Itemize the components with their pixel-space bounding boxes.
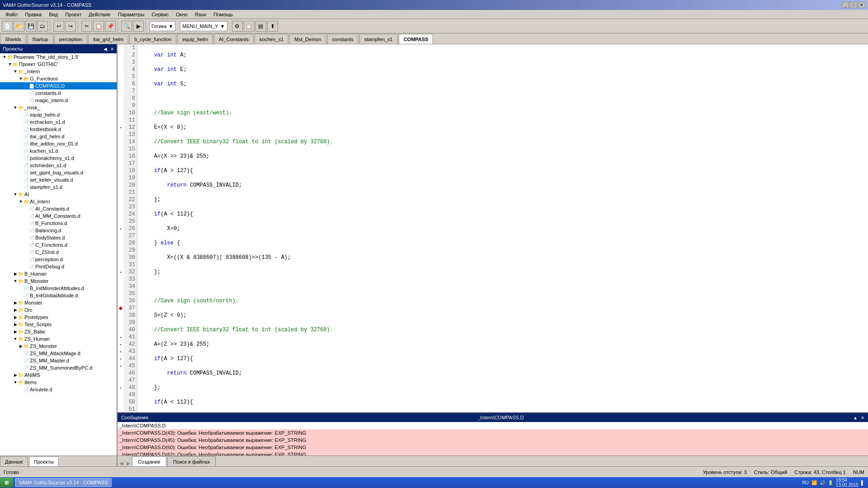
sidebar-item-b-init-global[interactable]: 📄 B_InitGlobalAttitude.d	[0, 292, 117, 299]
tab-kochen-s1[interactable]: kochen_s1	[255, 34, 288, 44]
marker-minus-41[interactable]: -	[118, 341, 124, 348]
minimize-button[interactable]: _	[842, 2, 849, 8]
copy-button[interactable]: 📋	[93, 21, 104, 32]
sidebar-item-magic-intern-d[interactable]: 📄 magic_intern.d	[0, 97, 117, 104]
code-view[interactable]: - -	[118, 44, 868, 412]
marker-minus-42[interactable]: -	[118, 348, 124, 355]
marker-minus-44[interactable]: -	[118, 362, 124, 370]
nav-next[interactable]: ▶	[125, 460, 132, 466]
marker-minus-31[interactable]: -	[118, 268, 124, 276]
menu-edit[interactable]: Правка	[21, 11, 45, 18]
build-button[interactable]: ▶	[133, 21, 144, 32]
tab-compass[interactable]: COMPASS	[399, 34, 434, 44]
sidebar-item-b-monster[interactable]: ▼ 📁 B_Monster	[0, 277, 117, 285]
sidebar-item-test-scripts[interactable]: ▶ 📁 Test_Scripts	[0, 321, 117, 328]
sidebar-item-zs-mm-attack[interactable]: 📄 ZS_MM_AttackMage.d	[0, 350, 117, 357]
menu-service[interactable]: Сервис	[148, 11, 172, 18]
menu-lang[interactable]: Язык	[191, 11, 210, 18]
menu-params[interactable]: Параметры	[114, 11, 148, 18]
sidebar-item-zs-monster[interactable]: ▶ 📁 ZS_Monster	[0, 343, 117, 350]
view-btn4[interactable]: ⬆	[267, 21, 278, 32]
sidebar-item-set-giant[interactable]: 📄 set_giant_bug_visuals.d	[0, 169, 117, 176]
sidebar-item-zs-mm-master[interactable]: 📄 ZS_MM_Master.d	[0, 357, 117, 364]
start-button[interactable]: ⊞	[0, 478, 13, 488]
save-button[interactable]: 💾	[25, 21, 36, 32]
sidebar-item-erzhacken[interactable]: 📄 erzhacken_s1.d	[0, 118, 117, 126]
sidebar-item-b-init-monster[interactable]: 📄 B_InitMonsterAttitudes.d	[0, 285, 117, 292]
paste-button[interactable]: 📌	[105, 21, 116, 32]
sidebar-item-ai-mm-constants[interactable]: 📄 AI_MM_Constants.d	[0, 212, 117, 220]
menu-help[interactable]: Помощь	[210, 11, 236, 18]
sidebar-collapse-btn[interactable]: ◀	[104, 47, 107, 52]
sidebar-item-prototypes[interactable]: ▶ 📁 Prototypes	[0, 314, 117, 321]
sidebar-tab-projects[interactable]: Проекты	[29, 456, 59, 466]
sidebar-item-itar-grd[interactable]: 📄 itar_grd_helm.d	[0, 133, 117, 140]
msg-error-4[interactable]: _Intern\COMPASS.D(62): Ошибка: Необрабат…	[118, 451, 868, 455]
close-button[interactable]: ✕	[858, 2, 865, 8]
tab-itar-grd-helm[interactable]: itar_grd_helm	[88, 34, 128, 44]
menu-view[interactable]: Вид	[45, 11, 61, 18]
sidebar-item-ai-constants-d[interactable]: 📄 AI_Constants.d	[0, 205, 117, 212]
sidebar-item-constants-d[interactable]: 📄 constants.d	[0, 89, 117, 97]
sidebar-item-potionalchemy[interactable]: 📄 potionalchemy_s1.d	[0, 155, 117, 162]
marker-red-diamond[interactable]: ◆	[118, 305, 124, 312]
msg-item-path[interactable]: _Intern\COMPASS.D	[118, 422, 868, 429]
menu-file[interactable]: Файл	[2, 11, 21, 18]
view-btn2[interactable]: 📋	[244, 21, 255, 32]
sidebar-item-project[interactable]: ▼ 📁 Проект 'GOTHIC'	[0, 61, 117, 68]
tab-perception[interactable]: perception	[54, 34, 87, 44]
tab-shields[interactable]: Shields	[0, 34, 26, 44]
messages-collapse-btn[interactable]: ▲	[853, 415, 858, 420]
new-button[interactable]: 📄	[2, 21, 13, 32]
sidebar-item-stampfen[interactable]: 📄 stampfen_s1.d	[0, 183, 117, 191]
sidebar-item-fonttestbook[interactable]: 📄 fonttestbook.d	[0, 126, 117, 133]
tab-stampfen-s1[interactable]: stampfen_s1	[359, 34, 398, 44]
config-button[interactable]: ⚙	[232, 21, 243, 32]
messages-close-btn[interactable]: ✕	[861, 415, 864, 420]
tab-equip-helm[interactable]: equip_helm	[177, 34, 213, 44]
sidebar-tab-data[interactable]: Данные	[0, 456, 28, 466]
msg-error-3[interactable]: _Intern\COMPASS.D(60): Ошибка: Необрабат…	[118, 444, 868, 451]
sidebar-item-solution[interactable]: ▼ 📁 Решение 'The_old_story_1.5'	[0, 53, 117, 61]
sidebar-item-b-functions-d[interactable]: 📄 B_Functions.d	[0, 220, 117, 227]
sidebar-item-c-zsinit-d[interactable]: 📄 C_ZSInit.d	[0, 249, 117, 256]
find-button[interactable]: 🔍	[121, 21, 132, 32]
sidebar-item-b-human[interactable]: ▶ 📁 B_Human	[0, 270, 117, 277]
menu-window[interactable]: Окно	[172, 11, 191, 18]
menu-project[interactable]: Проект	[61, 11, 85, 18]
sidebar-item-intern[interactable]: ▼ 📁 _Intern	[0, 68, 117, 75]
sidebar-item-set-keiler[interactable]: 📄 set_keiler_visuals.d	[0, 176, 117, 183]
nav-prev[interactable]: ◀	[118, 460, 125, 466]
menu-action[interactable]: Действие	[85, 11, 114, 18]
sidebar-close-btn[interactable]: ✕	[110, 47, 114, 52]
sidebar-item-equip-helm-d[interactable]: 📄 equip_helm.d	[0, 111, 117, 118]
tab-ai-constants[interactable]: AI_Constants	[214, 34, 254, 44]
sidebar-item-bodystates-d[interactable]: 📄 BodyStates.d	[0, 234, 117, 241]
sidebar-item-ai-intern[interactable]: ▼ 📁 AI_Intern	[0, 198, 117, 205]
tab-startup[interactable]: Startup	[27, 34, 53, 44]
view-btn3[interactable]: ▤	[255, 21, 266, 32]
sidebar-item-zs-human[interactable]: ▼ 📁 ZS_Human	[0, 335, 117, 343]
marker-minus-40[interactable]: -	[118, 333, 124, 341]
sidebar-item-misk[interactable]: ▼ 📁 _misk_	[0, 104, 117, 111]
marker-minus-43[interactable]: -	[118, 355, 124, 362]
cut-button[interactable]: ✂	[81, 21, 92, 32]
font-dropdown[interactable]: Готика ▼	[149, 21, 175, 31]
sidebar-item-amulete-d[interactable]: 📄 Amulete.d	[0, 386, 117, 393]
sidebar-item-itbe-addon[interactable]: 📄 itbe_addon_nov_01.d	[0, 140, 117, 147]
sidebar-item-printdebug-d[interactable]: 📄 PrintDebug.d	[0, 263, 117, 270]
sidebar-item-zs-mm-summoned[interactable]: 📄 ZS_MM_SummonedByPC.d	[0, 364, 117, 371]
sidebar-item-orc[interactable]: ▶ 📁 Orc	[0, 306, 117, 314]
undo-button[interactable]: ↩	[53, 21, 64, 32]
sidebar-item-balancing-d[interactable]: 📄 Balancing.d	[0, 227, 117, 234]
marker-minus-12[interactable]: -	[118, 124, 124, 131]
sidebar-item-anims[interactable]: ▶ 📁 ANIMS	[0, 371, 117, 379]
btab-create[interactable]: Создание	[132, 456, 166, 466]
tab-mst-demon[interactable]: Mst_Demon	[289, 34, 326, 44]
sidebar-item-compass-d[interactable]: 📄 COMPASS.D	[0, 82, 117, 89]
maximize-button[interactable]: □	[850, 2, 857, 8]
redo-button[interactable]: ↪	[65, 21, 76, 32]
tray-show-desktop[interactable]: ▌	[861, 480, 864, 485]
menu-dropdown[interactable]: MENU_MAIN_Y ▼	[180, 21, 227, 31]
marker-minus-25[interactable]: -	[118, 225, 124, 232]
